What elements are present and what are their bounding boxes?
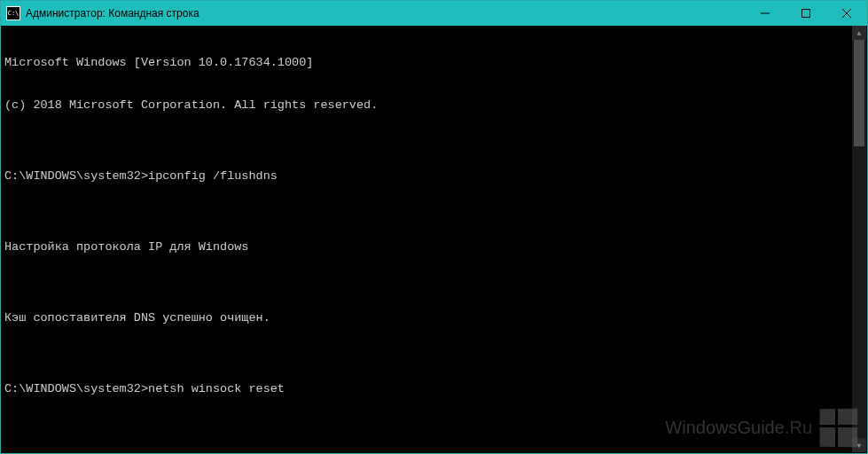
close-icon [842,9,851,18]
maximize-button[interactable] [786,1,826,26]
console-line: Кэш сопоставителя DNS успешно очищен. [4,311,864,325]
maximize-icon [802,9,810,18]
console-line: C:\WINDOWS\system32>ipconfig /flushdns [4,169,864,184]
window-title: Администратор: Командная строка [26,7,199,20]
svg-rect-1 [802,10,810,18]
minimize-button[interactable] [745,1,786,26]
console-line: (c) 2018 Microsoft Corporation. All righ… [4,98,864,113]
cmd-app-icon: C:\ [6,6,20,20]
console-line: Настройка протокола IP для Windows [4,240,864,254]
vertical-scrollbar[interactable]: ▲ ▼ [852,26,866,452]
minimize-icon [761,9,770,18]
console-output[interactable]: Microsoft Windows [Version 10.0.17634.10… [1,26,867,453]
console-line: C:\WINDOWS\system32>netsh winsock reset [4,382,864,396]
scroll-up-button[interactable]: ▲ [852,26,866,40]
scroll-down-button[interactable]: ▼ [852,438,866,452]
command-prompt-window: C:\ Администратор: Командная строка Micr… [0,0,868,454]
console-line: Microsoft Windows [Version 10.0.17634.10… [4,56,864,70]
close-button[interactable] [826,1,867,26]
titlebar[interactable]: C:\ Администратор: Командная строка [1,1,867,26]
scroll-thumb[interactable] [854,40,864,146]
scroll-track[interactable] [852,40,866,438]
